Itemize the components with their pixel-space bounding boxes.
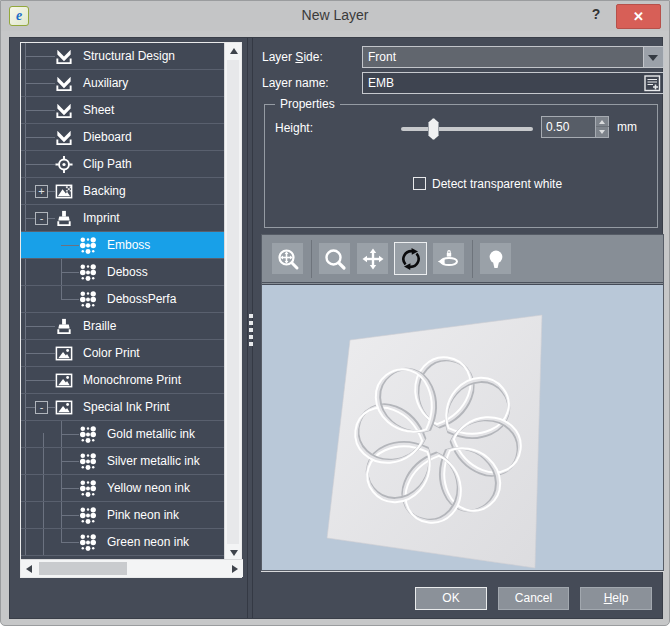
scrollbar-thumb[interactable] bbox=[39, 562, 127, 575]
tree-item-label: Dieboard bbox=[83, 124, 132, 150]
stamp-icon bbox=[54, 317, 74, 336]
properties-group-title: Properties bbox=[275, 97, 340, 111]
tree-item-debossperfa[interactable]: DebossPerfa bbox=[21, 286, 224, 313]
zoom-fit-button[interactable] bbox=[271, 242, 304, 275]
toolbar-separator bbox=[472, 240, 473, 278]
tree-item-green-neon-ink[interactable]: Green neon ink bbox=[21, 529, 224, 556]
magnifier-icon bbox=[323, 247, 347, 271]
tree-item-sheet[interactable]: Sheet bbox=[21, 97, 224, 124]
dots-icon bbox=[78, 533, 98, 552]
chevron-down-icon bbox=[648, 55, 658, 61]
layer-side-value: Front bbox=[368, 50, 396, 64]
pan-icon bbox=[361, 247, 385, 271]
layer-name-label: Layer name: bbox=[262, 76, 329, 90]
tree-item-color-print[interactable]: Color Print bbox=[21, 340, 224, 367]
ok-button[interactable]: OK bbox=[415, 587, 487, 610]
height-spinbox bbox=[541, 116, 609, 138]
lighting-button[interactable] bbox=[479, 242, 512, 275]
tree-item-silver-metallic-ink[interactable]: Silver metallic ink bbox=[21, 448, 224, 475]
rotate-3d-button[interactable] bbox=[394, 242, 427, 275]
tree-item-label: Clip Path bbox=[83, 151, 132, 177]
layer-arrow-icon bbox=[54, 128, 74, 147]
layer-side-label: Layer Side: bbox=[262, 50, 323, 64]
tree-item-structural-design[interactable]: Structural Design bbox=[21, 43, 224, 70]
tree-horizontal-scrollbar[interactable] bbox=[21, 559, 243, 577]
scroll-up-icon[interactable] bbox=[230, 48, 238, 54]
splitter-grip-handle[interactable] bbox=[249, 314, 254, 349]
tree-item-auxiliary[interactable]: Auxiliary bbox=[21, 70, 224, 97]
tree-item-braille[interactable]: Braille bbox=[21, 313, 224, 340]
tree-item-label: Structural Design bbox=[83, 43, 175, 69]
toolbar-separator bbox=[311, 240, 312, 278]
rename-list-icon[interactable] bbox=[644, 75, 661, 92]
layer-arrow-icon bbox=[54, 47, 74, 66]
layer-side-dropdown[interactable]: Front bbox=[362, 46, 664, 68]
tree-item-emboss[interactable]: Emboss bbox=[21, 232, 224, 259]
tree-item-dieboard[interactable]: Dieboard bbox=[21, 124, 224, 151]
pan-button[interactable] bbox=[356, 242, 389, 275]
preview-canvas[interactable] bbox=[262, 284, 663, 570]
spin-up-icon[interactable] bbox=[596, 117, 609, 127]
tree-item-label: Pink neon ink bbox=[107, 502, 179, 528]
slider-track[interactable] bbox=[401, 127, 533, 131]
tree-item-label: Emboss bbox=[107, 232, 150, 258]
scrollbar-thumb[interactable] bbox=[227, 60, 239, 544]
tree-item-imprint[interactable]: - Imprint bbox=[21, 205, 224, 232]
height-slider[interactable] bbox=[401, 118, 533, 140]
tree-item-special-ink-print[interactable]: - Special Ink Print bbox=[21, 394, 224, 421]
tree-item-label: Gold metallic ink bbox=[107, 421, 195, 447]
layer-type-tree: Structural Design Auxiliary Sheet Dieboa… bbox=[20, 42, 242, 578]
slider-thumb[interactable] bbox=[428, 118, 439, 140]
collapse-minus-icon[interactable]: - bbox=[35, 401, 48, 414]
tree-item-backing[interactable]: + Backing bbox=[21, 178, 224, 205]
expand-plus-icon[interactable]: + bbox=[35, 185, 48, 198]
tree-vertical-scrollbar[interactable] bbox=[224, 43, 241, 561]
help-titlebar-button[interactable]: ? bbox=[587, 6, 605, 26]
scroll-left-icon[interactable] bbox=[26, 565, 32, 573]
picture-icon bbox=[54, 398, 74, 417]
cancel-button[interactable]: Cancel bbox=[498, 587, 569, 610]
layer-arrow-icon bbox=[54, 101, 74, 120]
tree-item-yellow-neon-ink[interactable]: Yellow neon ink bbox=[21, 475, 224, 502]
picture-icon bbox=[54, 344, 74, 363]
tree-item-label: Imprint bbox=[83, 205, 120, 231]
tree-item-label: Sheet bbox=[83, 97, 114, 123]
close-button[interactable]: ✕ bbox=[616, 4, 661, 29]
collapse-minus-icon[interactable]: - bbox=[35, 212, 48, 225]
tree-item-pink-neon-ink[interactable]: Pink neon ink bbox=[21, 502, 224, 529]
zoom-button[interactable] bbox=[318, 242, 351, 275]
height-value-input[interactable] bbox=[542, 117, 592, 137]
tree-item-label: Color Print bbox=[83, 340, 140, 366]
tree-item-gold-metallic-ink[interactable]: Gold metallic ink bbox=[21, 421, 224, 448]
tree-item-label: Special Ink Print bbox=[83, 394, 170, 420]
scroll-right-icon[interactable] bbox=[232, 565, 238, 573]
help-button[interactable]: Help bbox=[580, 587, 652, 610]
orbit-rotate-icon bbox=[399, 247, 423, 271]
dots-icon bbox=[78, 506, 98, 525]
tree-item-deboss[interactable]: Deboss bbox=[21, 259, 224, 286]
turntable-rotate-button[interactable] bbox=[432, 242, 465, 275]
tree-item-label: Yellow neon ink bbox=[107, 475, 190, 501]
dropdown-arrow-button[interactable] bbox=[643, 47, 663, 67]
tree-item-monochrome-print[interactable]: Monochrome Print bbox=[21, 367, 224, 394]
tree-item-label: Auxiliary bbox=[83, 70, 128, 96]
title-bar[interactable]: e New Layer ? ✕ bbox=[1, 1, 669, 31]
picture-icon bbox=[54, 371, 74, 390]
scroll-down-icon[interactable] bbox=[230, 550, 238, 556]
preview-viewport bbox=[261, 234, 664, 571]
spin-down-icon[interactable] bbox=[596, 127, 609, 137]
tree-rows: Structural Design Auxiliary Sheet Dieboa… bbox=[21, 43, 224, 559]
preview-toolbar bbox=[262, 235, 663, 283]
tree-item-clip-path[interactable]: Clip Path bbox=[21, 151, 224, 178]
layer-name-input[interactable] bbox=[362, 72, 664, 94]
layer-arrow-icon bbox=[54, 74, 74, 93]
tree-item-label: Green neon ink bbox=[107, 529, 189, 555]
height-label: Height: bbox=[275, 121, 313, 135]
detect-transparent-white-checkbox[interactable] bbox=[413, 177, 426, 190]
zoom-fit-icon bbox=[276, 247, 300, 271]
height-unit-label: mm bbox=[617, 120, 637, 134]
stamp-icon bbox=[54, 209, 74, 228]
tree-item-label: DebossPerfa bbox=[107, 286, 176, 312]
tree-item-label: Backing bbox=[83, 178, 126, 204]
emboss-3d-preview bbox=[262, 285, 663, 571]
